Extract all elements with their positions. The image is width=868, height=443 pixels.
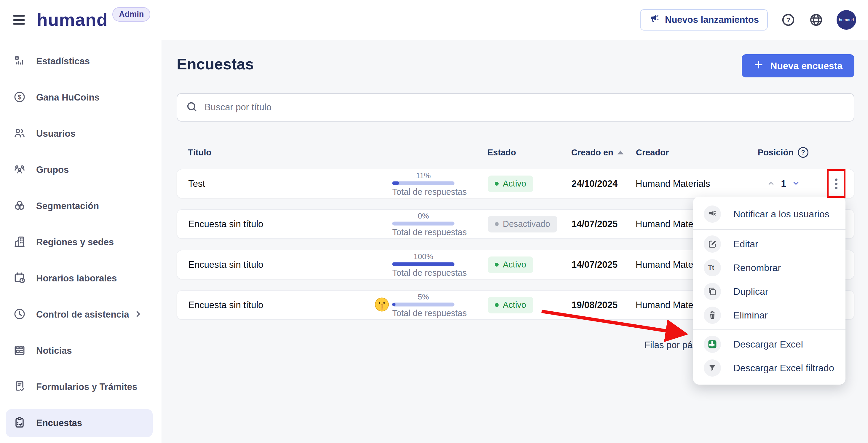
progress-percent: 100%	[392, 252, 455, 260]
progress-cell: 0% Total de respuestas	[392, 212, 455, 236]
row-actions-menu-icon[interactable]	[828, 174, 844, 193]
menu-item-editar[interactable]: Editar	[693, 232, 845, 256]
status-badge: Activo	[488, 257, 533, 273]
new-survey-label: Nueva encuesta	[770, 60, 842, 71]
menu-item-renombrar[interactable]: Tt Renombrar	[693, 256, 845, 279]
progress-caption: Total de respuestas	[392, 187, 455, 196]
edit-icon	[704, 235, 721, 253]
row-actions-context-menu: Notificar a los usuarios Editar Tt Renom…	[693, 197, 845, 385]
survey-title: Encuesta sin título	[188, 260, 263, 270]
megaphone-icon	[649, 13, 660, 27]
status-badge: Desactivado	[488, 216, 557, 233]
progress-percent: 5%	[392, 293, 455, 300]
position-value: 1	[780, 178, 786, 189]
menu-item-eliminar[interactable]: Eliminar	[693, 303, 845, 327]
duplicate-icon	[704, 283, 721, 300]
chevron-up-icon[interactable]	[766, 178, 776, 189]
help-icon[interactable]: ?	[781, 12, 796, 27]
coin-icon: $	[13, 90, 26, 105]
search-bar	[177, 93, 855, 122]
column-header-titulo[interactable]: Título	[188, 148, 211, 157]
status-dot	[495, 263, 499, 267]
menu-divider	[693, 229, 845, 230]
survey-title: Test	[188, 178, 205, 189]
new-releases-label: Nuevos lanzamientos	[665, 14, 759, 25]
progress-caption: Total de respuestas	[392, 309, 455, 317]
creator-name: Humand Materials	[636, 178, 710, 189]
table-header-row: Título Estado Creado en Creador Posición…	[177, 141, 855, 164]
status-dot	[495, 222, 499, 226]
sidebar-item-horarios-laborales[interactable]: Horarios laborales	[6, 265, 153, 292]
admin-badge: Admin	[112, 7, 150, 22]
status-badge: Activo	[488, 176, 533, 192]
app-window: humand Admin Nuevos lanzamientos ? human…	[0, 0, 868, 443]
new-survey-button[interactable]: Nueva encuesta	[742, 54, 855, 78]
survey-icon	[13, 416, 26, 430]
news-icon	[13, 344, 26, 358]
created-date: 14/07/2025	[571, 219, 618, 230]
column-header-creado-en[interactable]: Creado en	[571, 148, 623, 157]
clock-icon	[13, 307, 26, 322]
menu-item-descargar-excel-filtrado[interactable]: Descargar Excel filtrado	[693, 356, 845, 380]
table-row[interactable]: Test 11% Total de respuestas Activo 24/1…	[177, 169, 855, 198]
stats-icon	[13, 54, 26, 68]
svg-text:$: $	[18, 93, 21, 101]
calendar-clock-icon	[13, 271, 26, 286]
progress-bar	[392, 222, 455, 225]
progress-cell: 5% Total de respuestas	[392, 293, 455, 317]
trash-icon	[704, 306, 721, 324]
hamburger-menu-icon[interactable]	[13, 14, 26, 26]
sidebar-item-encuestas[interactable]: Encuestas	[6, 409, 153, 437]
status-dot	[495, 303, 499, 307]
groups-icon	[13, 163, 26, 177]
new-releases-button[interactable]: Nuevos lanzamientos	[640, 9, 768, 31]
progress-cell: 11% Total de respuestas	[392, 171, 455, 196]
header-right: Nuevos lanzamientos ? humand	[640, 9, 868, 31]
svg-text:Tt: Tt	[708, 264, 714, 271]
menu-item-notificar[interactable]: Notificar a los usuarios	[693, 201, 845, 227]
progress-cell: 100% Total de respuestas	[392, 252, 455, 277]
sidebar-item-regiones-y-sedes[interactable]: Regiones y sedes	[6, 228, 153, 256]
created-date: 24/10/2024	[571, 178, 618, 189]
user-avatar[interactable]: humand	[837, 10, 856, 30]
sidebar-item-control-de-asistencia[interactable]: Control de asistencia	[6, 301, 153, 329]
plus-icon	[753, 60, 764, 72]
users-icon	[13, 127, 26, 141]
column-header-posicion[interactable]: Posición?	[758, 147, 808, 158]
progress-percent: 0%	[392, 212, 455, 219]
chevron-down-icon[interactable]	[791, 178, 801, 189]
progress-bar	[392, 262, 455, 266]
header-left: humand Admin	[0, 7, 150, 33]
survey-title: Encuesta sin título	[188, 300, 263, 311]
menu-divider	[693, 329, 845, 330]
help-tooltip-icon[interactable]: ?	[798, 147, 808, 158]
top-header: humand Admin Nuevos lanzamientos ? human…	[0, 0, 868, 40]
menu-item-descargar-excel[interactable]: Descargar Excel	[693, 332, 845, 356]
created-date: 14/07/2025	[571, 260, 618, 270]
chevron-right-icon	[134, 309, 143, 320]
survey-title: Encuesta sin título	[188, 219, 263, 230]
sidebar-item-estadisticas[interactable]: Estadísticas	[6, 48, 153, 75]
sidebar-item-noticias[interactable]: Noticias	[6, 337, 153, 365]
progress-caption: Total de respuestas	[392, 268, 455, 277]
sidebar-item-gana-hucoins[interactable]: $ Gana HuCoins	[6, 84, 153, 112]
humand-logo: humand	[37, 11, 107, 29]
sidebar-item-segmentacion[interactable]: Segmentación	[6, 192, 153, 220]
menu-item-duplicar[interactable]: Duplicar	[693, 279, 845, 303]
progress-caption: Total de respuestas	[392, 228, 455, 236]
shushing-face-emoji	[374, 297, 390, 314]
sidebar-item-usuarios[interactable]: Usuarios	[6, 120, 153, 148]
column-header-estado[interactable]: Estado	[487, 148, 516, 157]
globe-language-icon[interactable]	[809, 12, 824, 27]
column-header-creador[interactable]: Creador	[636, 148, 669, 157]
sidebar-item-grupos[interactable]: Grupos	[6, 156, 153, 184]
sidebar-nav: Estadísticas $ Gana HuCoins Usuarios Gru…	[0, 40, 162, 443]
building-icon	[13, 235, 26, 249]
progress-bar	[392, 302, 455, 306]
page-title: Encuestas	[177, 55, 254, 73]
form-icon	[13, 380, 26, 394]
search-input[interactable]	[204, 102, 845, 113]
segmentation-icon	[13, 199, 26, 213]
rows-per-page-label: Filas por pá	[645, 340, 692, 351]
sidebar-item-formularios-y-tramites[interactable]: Formularios y Trámites	[6, 373, 153, 401]
